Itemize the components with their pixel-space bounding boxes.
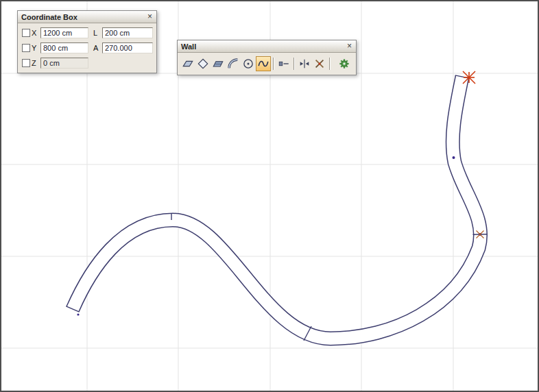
toolbar-separator — [294, 58, 295, 70]
cad-application-window: Coordinate Box × X L Y A Z — [0, 0, 539, 392]
wall-settings-tool-button[interactable] — [337, 56, 352, 71]
wall-toolbar-titlebar[interactable]: Wall × — [178, 40, 356, 53]
coordinate-box-titlebar[interactable]: Coordinate Box × — [18, 11, 156, 23]
wall-toolbar-buttons — [178, 53, 356, 75]
coordinate-row-x: X L — [22, 27, 152, 38]
z-input[interactable] — [40, 58, 88, 69]
x-lock-checkbox[interactable] — [22, 29, 30, 37]
rectangular-wall-icon — [212, 58, 224, 70]
x-label: X — [32, 29, 40, 37]
centerpoint-curved-wall-icon — [242, 58, 254, 70]
wall-intersection-tool-button[interactable] — [312, 56, 327, 71]
spline-wall-drawing — [66, 75, 487, 341]
rectangular-wall-tool-button[interactable] — [211, 56, 226, 71]
curved-wall-tool-button[interactable] — [226, 56, 241, 71]
wall-reference-line-icon — [278, 58, 290, 70]
spline-wall-fill — [73, 77, 481, 339]
coordinate-box-title: Coordinate Box — [21, 13, 146, 21]
l-label: L — [93, 29, 102, 37]
single-wall-icon — [182, 58, 194, 70]
a-label: A — [93, 44, 102, 52]
x-input[interactable] — [40, 27, 88, 38]
wall-toolbar-title: Wall — [181, 42, 346, 51]
wall-reference-line-tool-button[interactable] — [276, 56, 291, 71]
l-input[interactable] — [102, 27, 153, 38]
y-input[interactable] — [40, 42, 88, 53]
wall-toolbar-close-icon[interactable]: × — [346, 42, 353, 50]
z-label: Z — [32, 59, 40, 67]
coordinate-row-z: Z — [22, 57, 152, 69]
trim-to-wall-icon — [298, 58, 311, 70]
spline-wall-tool-button[interactable] — [256, 56, 271, 71]
chained-wall-tool-button[interactable] — [195, 56, 211, 71]
trim-to-wall-tool-button[interactable] — [297, 56, 312, 71]
wall-toolbar-palette: Wall × — [177, 40, 357, 75]
wall-settings-gear-icon — [338, 58, 350, 70]
y-label: Y — [32, 44, 40, 52]
coordinate-box-palette: Coordinate Box × X L Y A Z — [17, 10, 157, 73]
wall-intersection-icon — [313, 58, 326, 70]
spline-wall-icon — [257, 58, 270, 70]
a-input[interactable] — [102, 42, 153, 53]
y-lock-checkbox[interactable] — [22, 44, 30, 52]
wall-end-caps-and-joints — [66, 75, 487, 341]
centerpoint-curved-wall-tool-button[interactable] — [241, 56, 256, 71]
coordinate-box-body: X L Y A Z — [18, 23, 156, 73]
z-lock-checkbox[interactable] — [22, 59, 30, 67]
single-wall-tool-button[interactable] — [180, 56, 195, 71]
coordinate-box-close-icon[interactable]: × — [146, 13, 154, 21]
toolbar-separator — [273, 58, 274, 70]
snap-cursor-marker — [463, 71, 475, 84]
toolbar-separator — [329, 58, 331, 70]
curved-wall-icon — [227, 58, 239, 70]
coordinate-row-y: Y A — [22, 42, 152, 53]
chained-wall-icon — [197, 58, 209, 70]
spline-wall-outline — [73, 77, 481, 339]
